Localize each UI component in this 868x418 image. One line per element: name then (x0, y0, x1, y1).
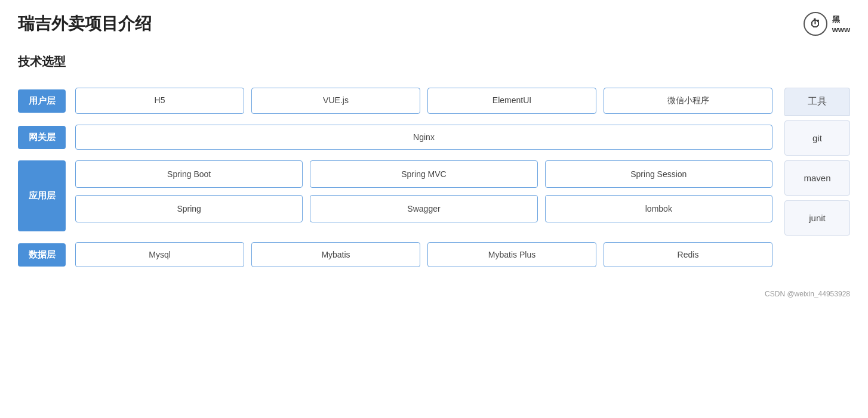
tools-label: 工具 (784, 88, 850, 116)
tech-lombok: lombok (545, 195, 772, 222)
data-layer-row: 数据层 Mysql Mybatis Mybatis Plus Redis (18, 242, 772, 267)
page-title: 瑞吉外卖项目介绍 (18, 13, 152, 35)
user-layer-label: 用户层 (18, 89, 66, 113)
tech-swagger: Swagger (310, 195, 537, 222)
app-row-1: Spring Boot Spring MVC Spring Session (75, 160, 772, 188)
tech-elementui: ElementUI (427, 88, 596, 114)
tech-h5: H5 (75, 88, 244, 114)
logo-icon: ⏱ (804, 12, 827, 36)
tech-redis: Redis (604, 242, 772, 267)
tool-maven: maven (784, 160, 850, 196)
gateway-layer-label: 网关层 (18, 126, 66, 149)
data-layer-items: Mysql Mybatis Mybatis Plus Redis (75, 242, 772, 267)
tech-mybatis-plus: Mybatis Plus (427, 242, 596, 267)
section-title: 技术选型 (18, 54, 850, 70)
app-row-2: Spring Swagger lombok (75, 195, 772, 222)
diagram-area: 用户层 H5 VUE.js ElementUI 微信小程序 网关层 Nginx … (18, 88, 772, 278)
logo-text: 黑www (832, 14, 850, 34)
main-content: 用户层 H5 VUE.js ElementUI 微信小程序 网关层 Nginx … (18, 88, 850, 278)
footer-note: CSDN @weixin_44953928 (18, 290, 850, 298)
gateway-layer-row: 网关层 Nginx (18, 125, 772, 150)
tech-vuejs: VUE.js (251, 88, 420, 114)
tools-list: git maven junit (784, 120, 850, 236)
user-layer-row: 用户层 H5 VUE.js ElementUI 微信小程序 (18, 88, 772, 114)
app-layer-items: Spring Boot Spring MVC Spring Session Sp… (75, 160, 772, 231)
user-layer-items: H5 VUE.js ElementUI 微信小程序 (75, 88, 772, 114)
app-layer-row: 应用层 Spring Boot Spring MVC Spring Sessio… (18, 160, 772, 231)
data-layer-label: 数据层 (18, 243, 66, 267)
tech-weixin: 微信小程序 (604, 88, 772, 114)
tech-spring-boot: Spring Boot (75, 160, 303, 188)
logo-area: ⏱ 黑www (804, 12, 850, 36)
tech-nginx: Nginx (75, 125, 772, 150)
tool-junit: junit (784, 200, 850, 236)
tech-spring-mvc: Spring MVC (310, 160, 537, 188)
tool-git: git (784, 120, 850, 156)
tech-spring-session: Spring Session (545, 160, 772, 188)
tech-spring: Spring (75, 195, 303, 222)
tools-area: 工具 git maven junit (784, 88, 850, 236)
tech-mysql: Mysql (75, 242, 244, 267)
tech-mybatis: Mybatis (251, 242, 420, 267)
app-layer-label: 应用层 (18, 160, 66, 231)
